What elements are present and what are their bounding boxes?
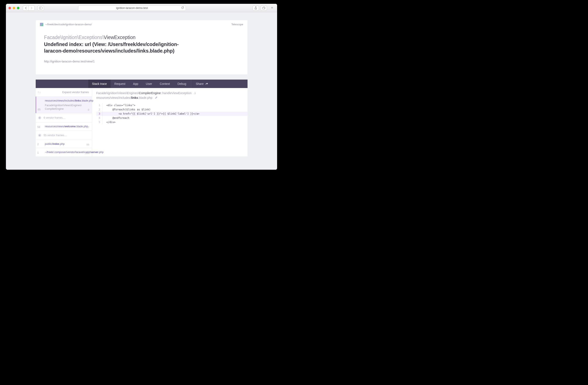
- sidebar-toggle-button[interactable]: [38, 5, 44, 11]
- svg-rect-0: [39, 7, 42, 9]
- chevron-left-icon: [25, 7, 27, 9]
- sidebar-icon: [39, 7, 42, 9]
- browser-window: ignition-laracon-demo.test + ~/freek/dev…: [6, 4, 277, 170]
- vendor-frames-group[interactable]: +6 vendor frames…: [36, 113, 92, 122]
- tab-stack-trace[interactable]: Stack trace: [88, 80, 111, 88]
- card-body: Facade\Ignition\Exceptions\ViewException…: [36, 28, 248, 75]
- address-bar[interactable]: ignition-laracon-demo.test: [78, 5, 186, 11]
- share-button[interactable]: [252, 5, 259, 11]
- exception-namespace: Facade\Ignition\Exceptions\: [44, 35, 104, 40]
- source-line: 4 @endforeach: [96, 116, 248, 120]
- arrow-up-icon: ↑: [38, 91, 39, 94]
- new-tab-button[interactable]: +: [270, 4, 274, 12]
- stack-frame[interactable]: 58resources/views/welcome.blade.php:87: [36, 122, 92, 131]
- plus-icon: +: [38, 116, 41, 119]
- edit-icon[interactable]: [155, 96, 158, 100]
- toolbar-right: [252, 5, 267, 11]
- stack-frame[interactable]: 1~/freek/.composer/vendor/laravel/valet/…: [36, 148, 92, 156]
- frame-col: :3: [87, 108, 89, 111]
- source-line: 3 <a href="{{ $link['url'] }}">{{ $link[…: [96, 112, 248, 116]
- frames-list: ↑↓ Expand vendor frames 65resources/view…: [36, 88, 92, 156]
- nav-buttons: [23, 5, 35, 11]
- svg-rect-2: [263, 7, 265, 9]
- frame-col: :158: [85, 152, 89, 154]
- frame-line: 2: [37, 143, 39, 146]
- frame-col: :55: [86, 143, 89, 146]
- source-line: 5</div>: [96, 120, 248, 124]
- frame-path: resources/views/includes/links.blade.php: [45, 99, 89, 103]
- frame-path: resources/views/welcome.blade.php: [45, 124, 89, 129]
- back-button[interactable]: [23, 5, 29, 11]
- source-code: 1<div class="links">2 @foreach($links as…: [96, 103, 248, 124]
- arrow-down-icon: ↓: [40, 91, 41, 94]
- tab-request[interactable]: Request: [111, 80, 129, 88]
- exception-url[interactable]: http://ignition-laracon-demo.test/view/1: [44, 60, 239, 63]
- address-text: ignition-laracon-demo.test: [116, 6, 148, 9]
- titlebar: ignition-laracon-demo.test +: [6, 4, 277, 12]
- share-arrow-icon: [205, 83, 208, 85]
- source-line: 2 @foreach($links as $link): [96, 107, 248, 112]
- close-window-button[interactable]: [8, 7, 11, 9]
- stack-frame[interactable]: 65resources/views/includes/links.blade.p…: [36, 97, 92, 113]
- exception-class-line: Facade\Ignition\Exceptions\ViewException: [44, 35, 239, 40]
- telescope-link[interactable]: Telescope: [231, 23, 243, 26]
- tab-context[interactable]: Context: [156, 80, 174, 88]
- ignition-logo: [40, 23, 43, 26]
- frame-path: ~/freek/.composer/vendor/laravel/valet/s…: [45, 150, 89, 154]
- minimize-window-button[interactable]: [13, 7, 15, 9]
- exception-message: Undefined index: url (View: /Users/freek…: [44, 41, 179, 54]
- zoom-window-button[interactable]: [17, 7, 20, 9]
- frame-col: :87: [86, 126, 89, 129]
- page-viewport[interactable]: ~/freek/dev/code/ignition-laracon-demo/ …: [6, 12, 277, 170]
- source-line: 1<div class="links">: [96, 103, 248, 107]
- exception-card: ~/freek/dev/code/ignition-laracon-demo/ …: [36, 20, 248, 75]
- tab-share[interactable]: Share: [191, 80, 212, 88]
- code-view: Facade\Ignition\Views\Engines\CompilerEn…: [92, 88, 248, 156]
- chevron-right-icon: [31, 7, 33, 9]
- share-label: Share: [196, 82, 204, 85]
- stack-panel: ↑↓ Expand vendor frames 65resources/view…: [36, 88, 248, 156]
- forward-button[interactable]: [29, 5, 35, 11]
- pencil-icon: [155, 96, 158, 99]
- frames-header: ↑↓ Expand vendor frames: [36, 88, 92, 97]
- frame-line: 65: [38, 108, 41, 111]
- card-header: ~/freek/dev/code/ignition-laracon-demo/ …: [36, 20, 248, 28]
- tab-app[interactable]: App: [129, 80, 142, 88]
- vendor-frames-group[interactable]: +55 vendor frames…: [36, 131, 92, 140]
- frame-line: 1: [37, 151, 39, 154]
- frame-class: Facade\Ignition\Views\Engines\CompilerEn…: [45, 104, 89, 111]
- reload-button[interactable]: [181, 6, 184, 10]
- reload-icon: [181, 6, 184, 9]
- project-path: ~/freek/dev/code/ignition-laracon-demo/: [45, 23, 92, 26]
- frame-path: public/index.php: [45, 142, 89, 146]
- plus-icon: +: [38, 134, 41, 137]
- stack-frame[interactable]: 2public/index.php:55: [36, 140, 92, 148]
- frame-line: 58: [37, 126, 40, 129]
- share-icon: [254, 6, 257, 9]
- frame-nav-arrows[interactable]: ↑↓: [38, 91, 41, 94]
- window-controls: [8, 7, 20, 9]
- expand-vendor-frames[interactable]: Expand vendor frames: [62, 91, 89, 94]
- tabs-icon: [262, 7, 265, 9]
- tab-debug[interactable]: Debug: [174, 80, 190, 88]
- code-header-path: resources/views/includes/links.blade.php: [96, 96, 248, 100]
- tab-user[interactable]: User: [142, 80, 156, 88]
- section-tabs: Stack trace Request App User Context Deb…: [36, 80, 248, 88]
- code-header-line1: Facade\Ignition\Views\Engines\CompilerEn…: [96, 91, 248, 96]
- tabs-button[interactable]: [261, 5, 267, 11]
- exception-class: ViewException: [104, 35, 135, 40]
